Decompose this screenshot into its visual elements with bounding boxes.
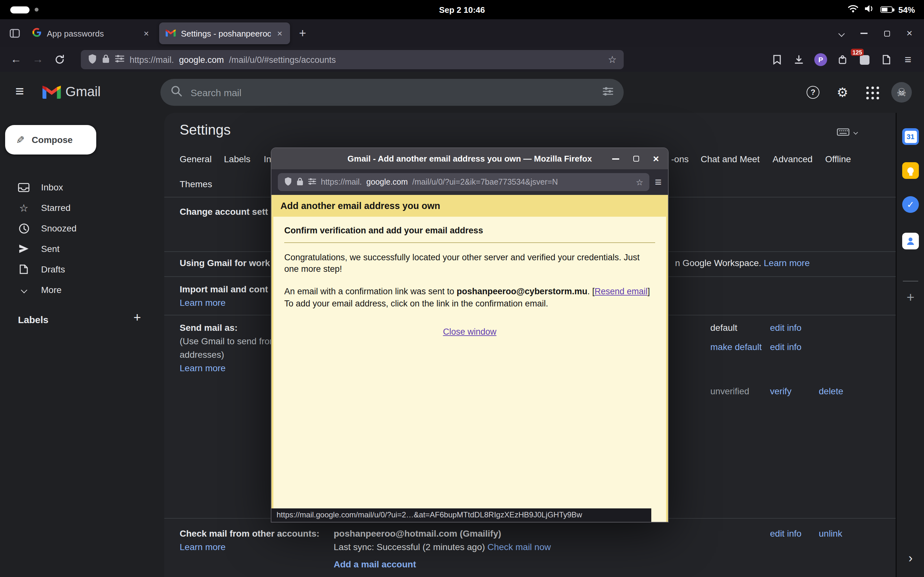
unlink-link[interactable]: unlink xyxy=(819,528,842,538)
bookmark-star-icon[interactable]: ☆ xyxy=(636,177,643,187)
check-mail-label: Check mail from other accounts: xyxy=(180,528,320,538)
popup-url-bar[interactable]: https://mail.google.com/mail/u/0/?ui=2&i… xyxy=(278,173,650,191)
lock-icon[interactable] xyxy=(102,54,110,65)
tab-themes[interactable]: Themes xyxy=(180,179,212,189)
tab-gmail-settings[interactable]: Settings - poshanpeeroo × xyxy=(159,23,290,44)
keep-icon[interactable] xyxy=(902,162,919,179)
labels-heading: Labels xyxy=(18,314,48,325)
resend-email-link[interactable]: Resend email xyxy=(594,287,648,296)
tab-offline[interactable]: Offline xyxy=(825,154,851,164)
tab-app-passwords[interactable]: App passwords × xyxy=(26,23,157,44)
sidebar-item-label: Drafts xyxy=(41,264,65,274)
url-bar[interactable]: https://mail.google.com/mail/u/0/#settin… xyxy=(81,50,624,69)
popup-titlebar[interactable]: Gmail - Add another email address you ow… xyxy=(271,148,668,169)
permissions-icon[interactable] xyxy=(308,177,317,187)
settings-gear-icon[interactable]: ⚙ xyxy=(830,79,855,105)
tasks-icon[interactable]: ✓ xyxy=(902,196,919,213)
menu-icon[interactable]: ≡ xyxy=(898,50,918,69)
permissions-icon[interactable] xyxy=(115,55,124,65)
edit-info-link[interactable]: edit info xyxy=(770,528,801,538)
sidebar-item-more[interactable]: More xyxy=(0,279,154,300)
sidebar-item-sent[interactable]: Sent xyxy=(0,239,154,259)
popup-minimize-icon[interactable] xyxy=(612,158,619,159)
tab-inbox-partial[interactable]: In xyxy=(264,154,271,164)
contacts-icon[interactable] xyxy=(902,233,919,250)
sidebar-item-label: More xyxy=(41,285,61,295)
apps-grid-icon[interactable] xyxy=(859,79,885,105)
system-top-bar: Sep 2 10:46 54% xyxy=(0,0,924,19)
tab-general[interactable]: General xyxy=(180,154,212,164)
tracking-shield-icon[interactable] xyxy=(284,177,292,187)
change-account-settings-label: Change account sett xyxy=(180,206,268,217)
adblock-extension-icon[interactable]: 125 xyxy=(855,50,874,69)
edit-info-link[interactable]: edit info xyxy=(770,322,801,333)
profile-avatar[interactable]: P xyxy=(811,50,830,69)
browser-tab-bar: App passwords × Settings - poshanpeeroo … xyxy=(0,19,924,47)
check-mail-learn-more-link[interactable]: Learn more xyxy=(180,542,226,552)
popup-banner: Add another email address you own xyxy=(271,195,668,217)
calendar-icon[interactable]: 31 xyxy=(902,128,919,145)
url-scheme: https://mail. xyxy=(129,55,174,64)
workspace-learn-more-link[interactable]: Learn more xyxy=(764,258,810,268)
tab-addons-partial[interactable]: -ons xyxy=(671,154,688,164)
activities-pill[interactable] xyxy=(10,6,29,13)
hide-side-panel-icon[interactable]: › xyxy=(897,551,924,566)
system-clock[interactable]: Sep 2 10:46 xyxy=(439,5,485,15)
compose-button[interactable]: ✎ Compose xyxy=(5,125,96,155)
delete-link[interactable]: delete xyxy=(819,386,843,396)
input-tools-selector[interactable] xyxy=(837,128,857,136)
main-menu-icon[interactable]: ≡ xyxy=(15,83,24,100)
list-tabs-icon[interactable] xyxy=(838,30,845,37)
extensions-puzzle-icon[interactable] xyxy=(833,50,852,69)
window-close-icon[interactable]: × xyxy=(906,28,913,39)
lock-icon[interactable] xyxy=(296,177,304,187)
back-button[interactable]: ← xyxy=(6,50,26,69)
popup-maximize-icon[interactable] xyxy=(633,156,639,161)
sidebar-item-drafts[interactable]: Drafts xyxy=(0,259,154,279)
tab-chat-and-meet[interactable]: Chat and Meet xyxy=(701,154,760,164)
clock-icon xyxy=(18,223,29,234)
search-bar[interactable] xyxy=(160,79,624,106)
bookmark-star-icon[interactable]: ☆ xyxy=(608,54,617,65)
tracking-shield-icon[interactable] xyxy=(88,53,97,66)
get-addons-icon[interactable]: + xyxy=(897,290,924,305)
search-icon[interactable] xyxy=(171,85,182,99)
popup-close-icon[interactable]: × xyxy=(653,153,659,164)
sidebar-item-starred[interactable]: ☆ Starred xyxy=(0,197,154,218)
account-avatar[interactable]: ☠ xyxy=(889,79,914,105)
sidebar-item-snoozed[interactable]: Snoozed xyxy=(0,218,154,239)
pocket-icon[interactable] xyxy=(767,50,787,69)
tab-labels[interactable]: Labels xyxy=(224,154,250,164)
sidebar-item-inbox[interactable]: Inbox xyxy=(0,177,154,197)
forward-button[interactable]: → xyxy=(28,50,47,69)
search-options-icon[interactable] xyxy=(603,86,614,98)
tab-close-icon[interactable]: × xyxy=(276,28,284,39)
using-gmail-label: Using Gmail for work xyxy=(180,258,270,268)
popup-window: Gmail - Add another email address you ow… xyxy=(271,147,669,522)
help-icon[interactable]: ? xyxy=(800,79,826,105)
create-label-icon[interactable]: + xyxy=(134,310,141,325)
tab-advanced[interactable]: Advanced xyxy=(772,154,813,164)
window-minimize-icon[interactable] xyxy=(860,33,867,34)
tab-close-icon[interactable]: × xyxy=(142,28,150,39)
add-mail-account-link[interactable]: Add a mail account xyxy=(334,559,416,569)
url-domain: google.com xyxy=(367,177,408,187)
reload-button[interactable] xyxy=(50,50,69,69)
popup-status-url: https://mail.google.com/mail/u/0/?ui=2…&… xyxy=(271,508,651,522)
menu-icon[interactable]: ≡ xyxy=(655,175,662,189)
firefox-view-icon[interactable] xyxy=(5,24,24,43)
search-input[interactable] xyxy=(191,87,594,98)
close-window-link[interactable]: Close window xyxy=(443,327,497,337)
check-mail-now-link[interactable]: Check mail now xyxy=(487,542,551,552)
tab-title: Settings - poshanpeeroo xyxy=(181,29,271,38)
system-tray[interactable]: 54% xyxy=(848,5,924,15)
page-extension-icon[interactable] xyxy=(877,50,896,69)
verify-link[interactable]: verify xyxy=(770,386,792,396)
new-tab-button[interactable]: + xyxy=(291,26,314,40)
import-learn-more-link[interactable]: Learn more xyxy=(180,298,226,308)
window-restore-icon[interactable] xyxy=(884,31,890,36)
make-default-link[interactable]: make default xyxy=(710,342,762,352)
send-mail-learn-more-link[interactable]: Learn more xyxy=(180,363,226,373)
edit-info-link[interactable]: edit info xyxy=(770,342,801,352)
downloads-icon[interactable] xyxy=(789,50,809,69)
